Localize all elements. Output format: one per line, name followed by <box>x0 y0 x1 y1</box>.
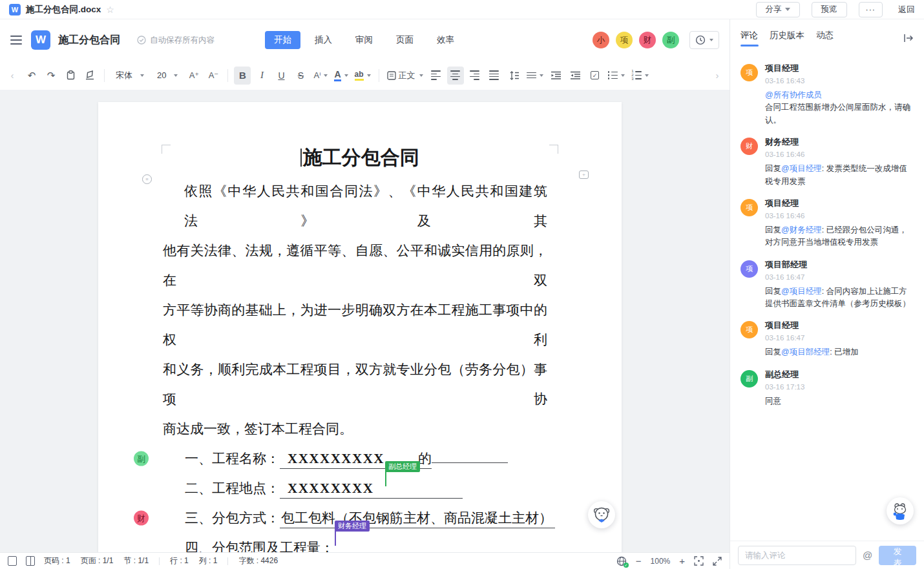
ribbon-tab-审阅[interactable]: 审阅 <box>346 31 382 49</box>
panel-collapse-icon[interactable] <box>903 34 914 43</box>
paragraph-spacing-button[interactable] <box>525 67 545 85</box>
todo-checkbox-button[interactable]: ✓ <box>587 67 604 85</box>
status-bar: 页码 : 1 页面 : 1/1 节 : 1/1 行 : 1 列 : 1 字数 :… <box>0 552 730 569</box>
comment-item[interactable]: 财财务经理03-16 16:46回复@项目经理: 发票类型统一改成增值税专用发票 <box>740 128 914 189</box>
document-line[interactable]: 他有关法律、法规，遵循平等、自愿、公平和诚实信用的原则，在双 <box>98 236 622 295</box>
text-effects-button[interactable]: Aⁱ <box>311 67 330 85</box>
margin-mark <box>549 145 558 154</box>
toolbar-scroll-right-icon[interactable]: › <box>709 67 726 85</box>
italic-button[interactable]: I <box>253 67 270 85</box>
main-menu-icon[interactable] <box>10 36 22 45</box>
submit-comment-button[interactable]: 发表 <box>879 546 916 565</box>
align-left-button[interactable] <box>428 67 445 85</box>
font-family-select[interactable]: 宋体 <box>110 67 149 85</box>
check-badge: ✓ <box>624 563 629 568</box>
fill-in-blank[interactable] <box>432 462 508 463</box>
font-color-button[interactable]: A <box>332 67 350 85</box>
text-run: 二、工程地点： <box>185 481 280 496</box>
comment-item[interactable]: 项项目经理03-16 16:43@所有协作成员合同工程范围新增办公间屋面防水，请… <box>740 54 914 128</box>
comment-time: 03-16 17:13 <box>765 383 914 391</box>
zoom-level[interactable]: 100% <box>651 557 671 566</box>
assistant-mascot-button[interactable] <box>588 501 615 528</box>
font-size-select[interactable]: 20 <box>152 67 183 85</box>
strikethrough-button[interactable]: S <box>292 67 309 85</box>
book-view-icon[interactable] <box>26 556 35 566</box>
comment-item[interactable]: 副副总经理03-16 17:13同意 <box>740 360 914 409</box>
bold-button[interactable]: B <box>234 67 251 85</box>
editor-canvas[interactable]: ≡ + 施工分包合同 依照《中华人民共和国合同法》、《中华人民共和国建筑法》及其… <box>0 90 730 552</box>
redo-button[interactable]: ↷ <box>43 67 59 85</box>
autosave-status: 自动保存所有内容 <box>137 35 215 46</box>
indent-increase-button[interactable] <box>567 67 584 85</box>
favorite-star-icon[interactable]: ☆ <box>106 5 114 15</box>
document-line[interactable]: 副一、工程名称：XXXXXXXXX副总经理的 <box>98 444 622 473</box>
document-line[interactable]: 商达成一致，签订本工程合同。 <box>98 414 622 444</box>
document-line[interactable]: 四、分包范围及工程量： <box>98 533 622 552</box>
fit-width-icon[interactable] <box>694 556 704 566</box>
ribbon-tab-页面[interactable]: 页面 <box>387 31 423 49</box>
zoom-in-button[interactable]: + <box>679 555 685 566</box>
panel-tab-动态[interactable]: 动态 <box>816 30 834 47</box>
align-center-button[interactable] <box>447 67 464 85</box>
fill-in-blank[interactable]: 包工包料 <box>280 508 335 528</box>
share-button[interactable]: 分享 <box>756 2 800 17</box>
panel-tab-评论[interactable]: 评论 <box>740 30 758 47</box>
helper-mascot-button[interactable] <box>887 497 914 524</box>
single-page-view-icon[interactable] <box>8 556 17 566</box>
translate-globe-icon[interactable]: ✓ <box>616 556 627 566</box>
document-line[interactable]: 方平等协商的基础上，为进一步明确双方在本工程施工事项中的权利 <box>98 295 622 355</box>
comment-item[interactable]: 项项目部经理03-16 16:47回复@项目经理: 合同内容加上让施工方提供书面… <box>740 251 914 312</box>
document-line[interactable]: 和义务，顺利完成本工程项目，双方就专业分包（劳务分包）事项协 <box>98 355 622 414</box>
document-line[interactable]: 财三、分包方式：包工包料财务经理（不包钢筋主材、商品混凝土主材） <box>98 503 622 533</box>
align-right-button[interactable] <box>467 67 483 85</box>
paragraph-style-select[interactable]: 正文 <box>385 67 425 85</box>
collaborator-margin-badge[interactable]: 副 <box>134 451 149 466</box>
fullscreen-icon[interactable] <box>713 557 722 566</box>
comment-item[interactable]: 项项目经理03-16 16:46回复@财务经理: 已经跟分包公司沟通，对方同意开… <box>740 189 914 251</box>
zoom-out-button[interactable]: − <box>636 555 642 566</box>
document-line[interactable]: 二、工程地点：XXXXXXXX <box>98 473 622 503</box>
reply-mention-link[interactable]: @项目经理 <box>781 287 822 296</box>
reply-mention-link[interactable]: @项目部经理 <box>781 347 830 357</box>
line-spacing-button[interactable] <box>505 67 522 85</box>
more-actions-button[interactable]: ··· <box>859 2 883 17</box>
reply-mention-link[interactable]: @项目经理 <box>781 164 822 173</box>
preview-button[interactable]: 预览 <box>812 2 847 17</box>
toolbar-scroll-left-icon[interactable]: ‹ <box>4 67 21 85</box>
fill-in-blank[interactable]: XXXXXXXXX <box>280 449 386 469</box>
panel-tab-历史版本[interactable]: 历史版本 <box>770 30 804 47</box>
collaborator-avatar[interactable]: 项 <box>616 32 633 48</box>
reply-mention-link[interactable]: @财务经理 <box>781 225 822 234</box>
indent-decrease-button[interactable] <box>548 67 565 85</box>
comment-text: 合同工程范围新增办公间屋面防水，请确认。 <box>765 101 914 127</box>
undo-button[interactable]: ↶ <box>23 67 40 85</box>
mention-link[interactable]: @所有协作成员 <box>765 89 914 101</box>
highlight-color-button[interactable]: ab <box>353 67 373 85</box>
bullet-list-button[interactable] <box>606 67 627 85</box>
collaborator-margin-badge[interactable]: 财 <box>134 511 149 526</box>
ribbon-tab-开始[interactable]: 开始 <box>265 31 300 49</box>
chevron-down-icon <box>324 74 328 77</box>
numbered-list-button[interactable]: 123 <box>629 67 651 85</box>
fill-in-blank[interactable]: 的 <box>418 449 432 469</box>
clear-format-button[interactable] <box>81 67 98 85</box>
shrink-font-button[interactable]: A⁻ <box>205 67 222 85</box>
format-painter-button[interactable] <box>62 67 79 85</box>
ribbon-tab-插入[interactable]: 插入 <box>306 31 341 49</box>
back-link[interactable]: 返回 <box>898 4 915 16</box>
history-clock-button[interactable] <box>689 31 719 49</box>
grow-font-button[interactable]: A⁺ <box>185 67 202 85</box>
fill-in-blank[interactable]: XXXXXXXX <box>280 479 463 499</box>
document-page[interactable]: ≡ + 施工分包合同 依照《中华人民共和国合同法》、《中华人民共和国建筑法》及其… <box>98 102 622 552</box>
underline-button[interactable]: U <box>273 67 289 85</box>
document-line[interactable]: 依照《中华人民共和国合同法》、《中华人民共和国建筑法》及其 <box>98 176 622 236</box>
mention-at-icon[interactable]: @ <box>863 550 872 561</box>
collaborator-avatar[interactable]: 小 <box>593 32 609 48</box>
ribbon-tab-效率[interactable]: 效率 <box>428 31 463 49</box>
collaborator-avatar[interactable]: 财 <box>639 32 656 48</box>
comment-item[interactable]: 项项目经理03-16 16:47回复@项目部经理: 已增加 <box>740 311 914 360</box>
align-justify-button[interactable] <box>486 67 503 85</box>
collaborator-avatar[interactable]: 副 <box>662 32 679 48</box>
comment-input[interactable] <box>738 546 856 565</box>
text-run: 和义务，顺利完成本工程项目，双方就专业分包（劳务分包）事项协 <box>163 362 547 407</box>
